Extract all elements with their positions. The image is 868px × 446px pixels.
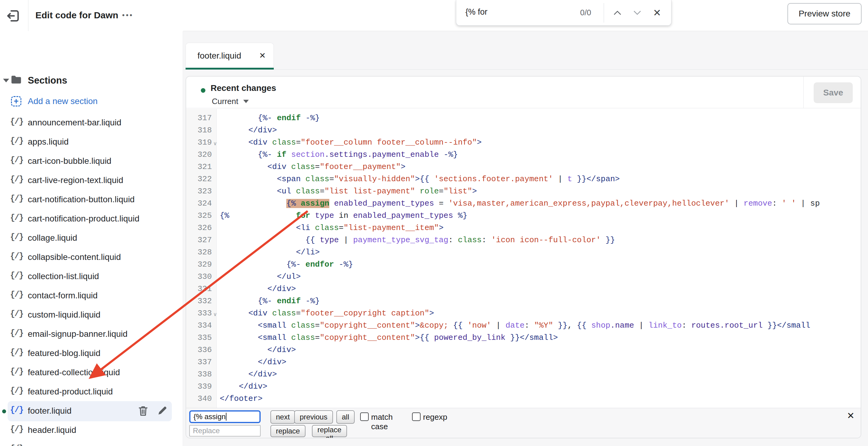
code-line-328[interactable]: 328 </li> [186, 246, 861, 258]
code-line-329[interactable]: 329 {%- endfor -%} [186, 258, 861, 270]
file-name: apps.liquid [28, 137, 69, 147]
file-name: collage.liquid [28, 233, 77, 243]
sidebar-item-featured-product-liquid[interactable]: {/}featured-product.liquid [0, 383, 183, 402]
code-line-320[interactable]: 320 {%- if section.settings.payment_enab… [186, 149, 861, 161]
search-next-button[interactable]: next [271, 410, 295, 424]
line-number: 337 [186, 356, 217, 368]
code-line-336[interactable]: 336 </div> [186, 344, 861, 356]
sidebar-item-cart-live-region-text-liquid[interactable]: {/}cart-live-region-text.liquid [0, 171, 183, 190]
line-number: 332 [186, 295, 217, 307]
line-number: 327 [186, 234, 217, 246]
code-line-333[interactable]: 333∨ <div class="footer__copyright capti… [186, 307, 861, 319]
line-number: 333∨ [186, 307, 217, 319]
delete-file-button[interactable] [138, 405, 150, 417]
code-line-317[interactable]: 317 {%- endif -%} [186, 112, 861, 124]
file-name: cart-notification-button.liquid [28, 195, 134, 204]
code-line-327[interactable]: 327 {{ type | payment_type_svg_tag: clas… [186, 234, 861, 246]
code-line-322[interactable]: 322 <span class="visually-hidden">{{ 'se… [186, 173, 861, 185]
code-line-323[interactable]: 323 <ul class="list list-payment" role="… [186, 185, 861, 197]
exit-editor-button[interactable] [5, 8, 21, 24]
line-number: 339 [186, 380, 217, 393]
code-line-326[interactable]: 326 <li class="list-payment__item"> [186, 222, 861, 234]
regexp-checkbox[interactable] [412, 412, 421, 421]
unsaved-dot [2, 409, 6, 413]
tab-close-icon[interactable]: ✕ [259, 51, 266, 60]
line-number: 319∨ [186, 136, 217, 149]
replace-all-button[interactable]: replace all [312, 425, 347, 437]
code-line-316[interactable]: 316 'localization-form' [186, 109, 861, 112]
liquid-file-icon: {/} [10, 175, 23, 184]
line-number: 331 [186, 283, 217, 295]
code-line-324[interactable]: 324 {% assign enabled_payment_types = 'v… [186, 197, 861, 210]
line-number: 340 [186, 393, 217, 405]
sidebar-item-collage-liquid[interactable]: {/}collage.liquid [0, 229, 183, 248]
find-query-input[interactable]: {% for [465, 7, 488, 17]
code-line-318[interactable]: 318 </div> [186, 124, 861, 136]
add-new-section-button[interactable]: + Add a new section [0, 92, 183, 111]
rename-file-button[interactable] [157, 405, 169, 417]
file-name: footer.liquid [28, 406, 71, 416]
search-input[interactable]: {% assign [189, 410, 261, 423]
preview-store-button[interactable]: Preview store [787, 3, 862, 24]
caret-down-icon [3, 79, 9, 83]
code-line-334[interactable]: 334 <small class="copyright__content">&c… [186, 319, 861, 331]
code-line-332[interactable]: 332 {%- endif -%} [186, 295, 861, 307]
code-line-319[interactable]: 319∨ <div class="footer__column footer__… [186, 136, 861, 149]
sidebar-item-apps-liquid[interactable]: {/}apps.liquid [0, 133, 183, 152]
search-panel-close-icon[interactable]: ✕ [847, 411, 855, 420]
code-line-331[interactable]: 331 </div> [186, 283, 861, 295]
fold-toggle-icon[interactable]: ∨ [213, 309, 217, 321]
sidebar-item-email-signup-banner-liquid[interactable]: {/}email-signup-banner.liquid [0, 325, 183, 344]
line-content: </div> [220, 368, 860, 380]
sidebar-item-cart-notification-button-liquid[interactable]: {/}cart-notification-button.liquid [0, 190, 183, 210]
search-all-button[interactable]: all [336, 410, 355, 424]
code-editor[interactable]: 316 'localization-form'317 {%- endif -%}… [186, 109, 861, 409]
find-next-button[interactable] [631, 7, 643, 19]
code-line-337[interactable]: 337 </div> [186, 356, 861, 368]
save-button[interactable]: Save [814, 83, 853, 103]
sidebar-item-cart-notification-product-liquid[interactable]: {/}cart-notification-product.liquid [0, 210, 183, 229]
line-content: <span class="visually-hidden">{{ 'sectio… [220, 173, 860, 185]
code-line-339[interactable]: 339 </div> [186, 380, 861, 393]
sidebar-item-header-liquid[interactable]: {/}header.liquid [0, 421, 183, 440]
sidebar-item-cart-icon-bubble-liquid[interactable]: {/}cart-icon-bubble.liquid [0, 152, 183, 171]
line-number: 320 [186, 149, 217, 161]
line-number: 338 [186, 368, 217, 380]
search-previous-button[interactable]: previous [294, 410, 333, 424]
replace-button[interactable]: replace [271, 425, 306, 437]
line-content: <div class="footer__column footer__colum… [220, 136, 860, 149]
shopify-code-editor: Edit code for Dawn ••• Preview store {% … [0, 0, 868, 446]
sidebar-item-featured-collection-liquid[interactable]: {/}featured-collection.liquid [0, 363, 183, 383]
find-match-count: 0/0 [580, 8, 591, 18]
match-case-checkbox[interactable] [360, 412, 369, 421]
find-close-button[interactable]: ✕ [651, 7, 663, 19]
replace-input[interactable] [189, 425, 261, 437]
code-line-330[interactable]: 330 </ul> [186, 270, 861, 283]
code-line-338[interactable]: 338 </div> [186, 368, 861, 380]
more-actions-button[interactable]: ••• [122, 11, 133, 20]
chevron-down-icon [634, 11, 640, 14]
sidebar-item-image-banner-liquid[interactable]: {/}image-banner.liquid [0, 440, 183, 446]
version-dropdown[interactable]: Current [212, 97, 249, 106]
fold-toggle-icon[interactable]: ∨ [213, 137, 217, 150]
liquid-file-icon: {/} [10, 444, 23, 446]
sidebar-item-collapsible-content-liquid[interactable]: {/}collapsible-content.liquid [0, 248, 183, 267]
code-line-335[interactable]: 335 <small class="copyright__content">{{… [186, 331, 861, 344]
sidebar-item-contact-form-liquid[interactable]: {/}contact-form.liquid [0, 286, 183, 306]
sidebar-item-announcement-bar-liquid[interactable]: {/}announcement-bar.liquid [0, 114, 183, 133]
code-line-325[interactable]: 325{% for type in enabled_payment_types … [186, 210, 861, 222]
sidebar-item-collection-list-liquid[interactable]: {/}collection-list.liquid [0, 267, 183, 286]
code-line-340[interactable]: 340</footer> [186, 393, 861, 405]
sidebar-item-custom-liquid-liquid[interactable]: {/}custom-liquid.liquid [0, 306, 183, 325]
file-list: {/}announcement-bar.liquid{/}apps.liquid… [0, 114, 183, 446]
line-content: </div> [220, 356, 860, 368]
find-previous-button[interactable] [611, 7, 623, 19]
line-content: </ul> [220, 270, 860, 283]
sidebar-folder-sections[interactable]: Sections [0, 71, 183, 90]
pencil-icon [158, 407, 166, 415]
sidebar-item-footer-liquid[interactable]: {/}footer.liquid [0, 402, 183, 421]
tab-footer-liquid[interactable]: footer.liquid ✕ [186, 43, 274, 69]
sidebar-item-featured-blog-liquid[interactable]: {/}featured-blog.liquid [0, 344, 183, 363]
code-line-321[interactable]: 321 <div class="footer__payment"> [186, 161, 861, 173]
file-name: featured-product.liquid [28, 387, 113, 396]
